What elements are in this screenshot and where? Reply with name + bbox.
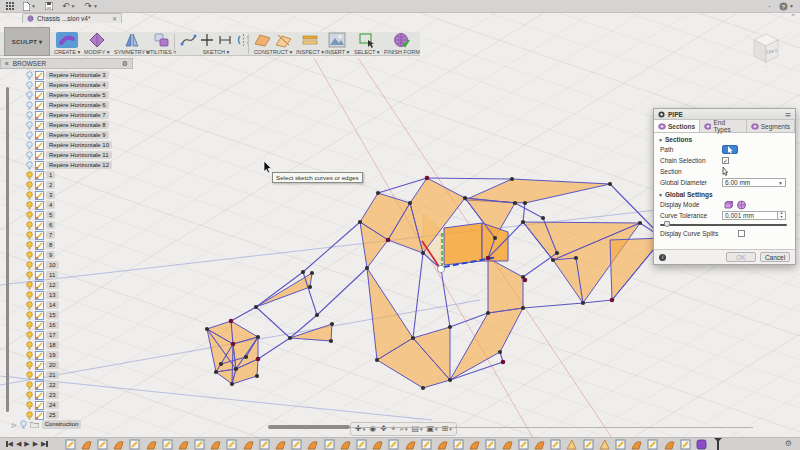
dialog-menu-icon[interactable]: ⚌ bbox=[785, 110, 791, 118]
timeline-form-feature[interactable] bbox=[531, 438, 547, 450]
bulb-icon[interactable] bbox=[26, 231, 33, 240]
timeline-form-feature[interactable] bbox=[305, 438, 321, 450]
tspline-vertex-selected[interactable] bbox=[501, 360, 506, 365]
browser-item[interactable]: Repère Horizontale 8 bbox=[26, 120, 109, 130]
view-cube[interactable]: LEFT bbox=[740, 22, 792, 74]
timeline-sketch-feature[interactable] bbox=[289, 438, 305, 450]
bulb-icon[interactable] bbox=[26, 131, 33, 140]
toolbar-group-construct[interactable]: CONSTRUCT ▾ bbox=[253, 32, 293, 56]
timeline-form-feature[interactable] bbox=[402, 438, 418, 450]
help-icon[interactable]: ? ▼ bbox=[779, 2, 794, 11]
tspline-vertex[interactable] bbox=[230, 382, 234, 386]
timeline-form-feature[interactable] bbox=[434, 438, 450, 450]
tspline-vertex-selected[interactable] bbox=[610, 298, 615, 303]
timeline-pipe-feature[interactable] bbox=[693, 438, 709, 450]
bulb-icon[interactable] bbox=[26, 301, 33, 310]
bulb-icon[interactable] bbox=[26, 191, 33, 200]
tspline-vertex[interactable] bbox=[510, 177, 514, 181]
global-diameter-input[interactable]: 6.00 mm ▼ bbox=[722, 178, 786, 187]
timeline-gear-icon[interactable]: ⚙ bbox=[785, 439, 792, 448]
timeline-form-feature[interactable] bbox=[499, 438, 515, 450]
skip-to-end-button[interactable]: ▶ bbox=[41, 439, 48, 449]
undo-icon[interactable]: ↶▼ bbox=[62, 2, 76, 11]
tspline-vertex[interactable] bbox=[421, 251, 425, 255]
bulb-icon[interactable] bbox=[26, 251, 33, 260]
timeline-form-feature[interactable] bbox=[111, 438, 127, 450]
timeline-plane-feature[interactable] bbox=[564, 438, 580, 450]
tspline-vertex[interactable] bbox=[219, 362, 223, 366]
timeline-form-feature[interactable] bbox=[467, 438, 483, 450]
expander-icon[interactable]: ▷ bbox=[12, 421, 17, 428]
toolbar-group-modify[interactable]: MODIFY ▾ bbox=[84, 32, 110, 56]
bulb-icon[interactable] bbox=[26, 291, 33, 300]
timeline-sketch-feature[interactable] bbox=[159, 438, 175, 450]
browser-item[interactable]: 4 bbox=[26, 200, 55, 210]
timeline-sketch-feature[interactable] bbox=[127, 438, 143, 450]
timeline-plane-feature[interactable] bbox=[596, 438, 612, 450]
slider-track[interactable] bbox=[660, 224, 787, 226]
tspline-vertex-selected[interactable] bbox=[386, 238, 391, 243]
tab-sections[interactable]: Sections bbox=[654, 120, 700, 132]
path-select-button[interactable] bbox=[722, 145, 738, 154]
step-forward-button[interactable]: ▶ bbox=[33, 439, 38, 449]
browser-item[interactable]: 17 bbox=[26, 330, 59, 340]
bulb-icon[interactable] bbox=[26, 261, 33, 270]
browser-item[interactable]: 2 bbox=[26, 180, 55, 190]
timeline-form-feature[interactable] bbox=[78, 438, 94, 450]
bulb-icon[interactable] bbox=[26, 141, 33, 150]
combo-caret-icon[interactable]: ▼ bbox=[778, 180, 783, 186]
timeline-sketch-feature[interactable] bbox=[386, 438, 402, 450]
global-settings-group-header[interactable]: ▼Global Settings bbox=[654, 188, 795, 199]
browser-item[interactable]: 3 bbox=[26, 190, 55, 200]
toolbar-collapse-icon[interactable]: ⌃ bbox=[790, 13, 796, 21]
tspline-vertex-selected[interactable] bbox=[486, 256, 491, 261]
timeline-playhead[interactable] bbox=[714, 438, 721, 450]
tspline-vertex[interactable] bbox=[214, 370, 218, 374]
tspline-vertex[interactable] bbox=[581, 301, 585, 305]
tspline-vertex[interactable] bbox=[541, 216, 545, 220]
tspline-vertex-selected[interactable] bbox=[231, 342, 236, 347]
timeline-form-feature[interactable] bbox=[661, 438, 677, 450]
tab-end-types[interactable]: End Types bbox=[700, 120, 747, 132]
browser-header[interactable]: « BROWSER ⚙ bbox=[0, 58, 133, 69]
cancel-button[interactable]: Cancel bbox=[760, 252, 790, 262]
tspline-vertex[interactable] bbox=[411, 336, 415, 340]
browser-item-construction[interactable]: ▷ Construction bbox=[12, 420, 81, 429]
timeline-form-feature[interactable] bbox=[337, 438, 353, 450]
skip-to-start-button[interactable]: ◀ bbox=[6, 439, 13, 449]
tspline-vertex[interactable] bbox=[513, 201, 517, 205]
tspline-vertex[interactable] bbox=[448, 325, 452, 329]
section-cursor-icon[interactable] bbox=[722, 167, 728, 176]
pipe-dialog[interactable]: PIPE ⚌ Sections End Types Segments ▼Sect… bbox=[653, 108, 796, 265]
bulb-icon[interactable] bbox=[26, 101, 33, 110]
tspline-vertex[interactable] bbox=[608, 182, 612, 186]
scrollbar-thumb[interactable] bbox=[268, 425, 350, 429]
browser-scrollbar[interactable] bbox=[6, 87, 9, 412]
timeline-scrollbar[interactable] bbox=[268, 425, 753, 429]
tab-segments[interactable]: Segments bbox=[747, 120, 795, 132]
bulb-icon[interactable] bbox=[26, 351, 33, 360]
tspline-vertex-selected[interactable] bbox=[229, 319, 234, 324]
tspline-vertex[interactable] bbox=[574, 256, 578, 260]
tspline-vertex[interactable] bbox=[523, 201, 527, 205]
tspline-vertex[interactable] bbox=[301, 270, 305, 274]
toolbar-group-select[interactable]: SELECT ▾ bbox=[354, 32, 380, 56]
tspline-vertex[interactable] bbox=[310, 271, 314, 275]
tspline-vertex[interactable] bbox=[255, 374, 259, 378]
timeline-form-feature[interactable] bbox=[143, 438, 159, 450]
info-icon[interactable]: i bbox=[659, 254, 666, 261]
browser-item[interactable]: Repère Horizontale 9 bbox=[26, 130, 109, 140]
browser-item[interactable]: 24 bbox=[26, 400, 59, 410]
bulb-icon[interactable] bbox=[26, 201, 33, 210]
browser-item[interactable]: 1 bbox=[26, 170, 55, 180]
tspline-vertex-selected[interactable] bbox=[523, 278, 528, 283]
environment-selector[interactable]: SCULPT ▾ bbox=[4, 27, 50, 56]
tspline-vertex[interactable] bbox=[521, 220, 525, 224]
toolbar-group-utilities[interactable]: UTILITIES ▾ bbox=[146, 32, 176, 56]
timeline-sketch-feature[interactable] bbox=[224, 438, 240, 450]
tspline-vertex[interactable] bbox=[329, 339, 333, 343]
browser-collapse-icon[interactable]: « bbox=[5, 60, 9, 67]
tspline-vertex[interactable] bbox=[638, 221, 642, 225]
browser-item[interactable]: 20 bbox=[26, 360, 59, 370]
tspline-vertex[interactable] bbox=[330, 322, 334, 326]
